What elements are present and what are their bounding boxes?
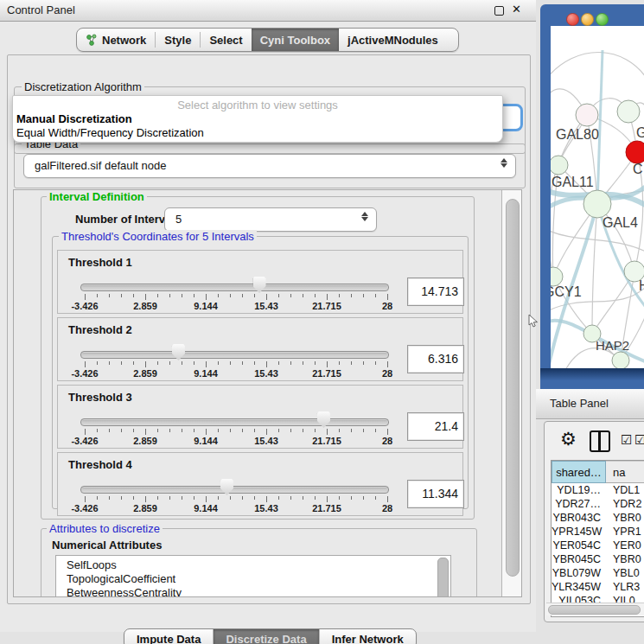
slider-tick [145,496,146,502]
slider-tick [206,361,207,367]
table-row[interactable]: YBL079WYBL0 [552,566,644,580]
tab-network[interactable]: Network [77,29,155,51]
slider-tick [121,294,122,297]
list-item-topologicalcoefficient[interactable]: TopologicalCoefficient [67,572,175,585]
slider-tick [109,361,110,365]
viewport-scrollbar-thumb[interactable] [506,199,520,577]
table-row[interactable]: YPR145WYPR1 [552,525,644,539]
slider-tick-label: -3.426 [71,503,98,513]
float-window-icon[interactable] [494,6,504,16]
network-node-GCY1[interactable] [551,267,563,286]
close-icon[interactable]: ✕ [512,3,521,16]
tab-infer-network[interactable]: Infer Network [319,629,416,644]
gear-icon[interactable]: ⚙ [560,429,577,450]
slider-tick [157,496,158,500]
network-node-GAL80[interactable] [576,104,598,126]
table-row[interactable]: YLR345WYLR3 [552,580,644,594]
dropdown-option-equal-width[interactable]: Equal Width/Frequency Discretization [16,126,204,139]
network-canvas[interactable]: GAL80GACGAL11GAL4GCY1HHAP2 [551,26,644,368]
network-graph[interactable]: GAL80GACGAL11GAL4GCY1HHAP2 [551,26,644,368]
slider-tick [375,496,376,500]
tab-cyni-toolbox[interactable]: Cyni Toolbox [252,29,339,51]
network-edge[interactable] [551,230,644,252]
slider-tick [278,361,279,365]
number-of-intervals-combobox[interactable]: 5 [164,207,377,232]
list-item-betweennesscentrality[interactable]: BetweennessCentrality [67,586,182,597]
threshold-2-slider-track[interactable] [80,351,389,359]
network-node-node-ga[interactable] [617,100,640,123]
cell-name: YBR0 [606,511,644,525]
tab-style[interactable]: Style [156,29,200,51]
table-row[interactable]: YBR043CYBR0 [552,511,644,525]
tab-discretize-data[interactable]: Discretize Data [213,629,318,644]
slider-tick-label: 15.43 [254,301,278,311]
column-header-name[interactable]: na [606,461,644,483]
node-table: shared… na YDL19…YDL1YDR27…YDR2YBR043CYB… [551,460,644,617]
slider-tick [218,496,219,500]
slider-tick-label: 15.43 [254,503,278,513]
threshold-1-slider-track[interactable] [80,284,389,291]
network-node-GAL4[interactable] [583,190,611,218]
slider-tick [254,496,255,500]
table-hscrollbar-track[interactable] [546,603,644,615]
network-node-GAL11[interactable] [551,156,568,175]
threshold-4-slider-track[interactable] [80,486,389,494]
slider-tick-label: 21.715 [312,436,341,446]
zoom-traffic-light-icon[interactable] [596,13,609,26]
threshold-3-value-field[interactable]: 21.4 [407,412,464,441]
dropdown-hint-item[interactable]: Select algorithm to view settings [13,99,502,112]
table-row[interactable]: YER054CYER0 [552,539,644,552]
checkbox-checked-icon[interactable]: ☑ [634,432,644,448]
threshold-2-value-field[interactable]: 6.316 [407,345,464,373]
slider-tick [242,361,243,365]
threshold-4-value-field[interactable]: 11.344 [407,480,464,508]
split-columns-icon[interactable] [590,430,610,452]
list-item-selfloops[interactable]: SelfLoops [67,558,117,571]
network-node-label-GCY1: GCY1 [551,284,582,299]
close-traffic-light-icon[interactable] [566,13,579,26]
tab-select[interactable]: Select [201,29,251,51]
slider-tick [230,429,231,432]
slider-tick [97,294,98,297]
threshold-1-value-field[interactable]: 14.713 [407,277,464,306]
slider-ticks [80,361,392,368]
table-row[interactable]: YDR27…YDR2 [552,497,644,511]
network-node-node-b[interactable] [612,352,629,368]
tab-impute-data[interactable]: Impute Data [124,629,213,644]
network-node-node-red[interactable] [626,141,644,163]
threshold-4-block: Threshold 4 -3.4262.8599.14415.4321.7152… [57,452,463,516]
table-panel-title: Table Panel [550,397,609,410]
table-panel-titlebar: Table Panel [536,389,644,419]
slider-tick [182,361,182,365]
slider-tick [169,294,170,297]
slider-tick [242,294,243,297]
network-node-label-node-h: H [639,278,644,293]
tab-jactivemnodules[interactable]: jActiveMNodules [339,29,447,51]
slider-tick [303,496,303,500]
network-window-titlebar[interactable] [540,4,644,26]
slider-tick [290,496,291,500]
table-hscrollbar-thumb[interactable] [548,605,641,615]
threshold-3-slider-track[interactable] [80,418,389,426]
table-row[interactable]: YDL19…YDL1 [552,483,644,497]
viewport-scrollbar-track[interactable] [501,190,522,596]
slider-tick [315,294,316,297]
slider-tick [387,429,388,435]
slider-tick [375,429,376,432]
slider-tick [194,429,194,432]
minimize-traffic-light-icon[interactable] [581,13,594,26]
dropdown-option-manual-discretization[interactable]: Manual Discretization [16,112,132,125]
column-header-shared-name[interactable]: shared… [552,461,606,483]
network-edge[interactable] [551,52,644,80]
table-row[interactable]: YBR045CYBR0 [552,552,644,566]
list-scrollbar-thumb[interactable] [437,558,449,597]
slider-tick [109,496,110,500]
slider-tick [206,496,207,502]
slider-tick [254,429,255,432]
cell-name: YLR3 [606,580,644,594]
slider-tick-label: -3.426 [71,436,98,446]
checkbox-checked-icon[interactable]: ☑ [621,432,632,448]
slider-tick [85,496,86,502]
discretization-algorithm-label: Discretization Algorithm [22,80,144,93]
table-data-combobox[interactable]: galFiltered.sif default node [23,154,516,178]
